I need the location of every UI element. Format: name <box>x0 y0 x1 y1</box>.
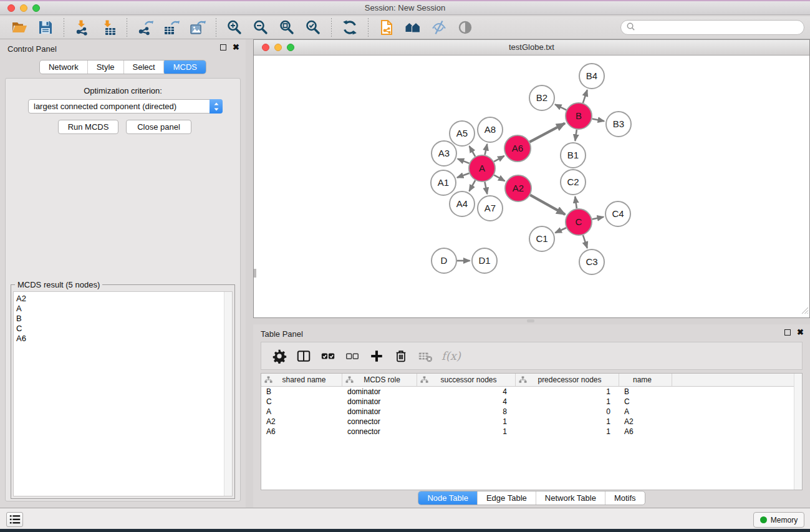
network-node-A8[interactable]: A8 <box>478 117 503 142</box>
network-node-C3[interactable]: C3 <box>579 249 604 274</box>
export-image-icon[interactable] <box>187 18 208 37</box>
network-edge-A-A4[interactable] <box>470 180 476 191</box>
column-header-shared-name[interactable]: shared name <box>261 374 342 386</box>
cell-shared-name[interactable]: B <box>261 387 342 397</box>
network-node-A4[interactable]: A4 <box>450 191 475 216</box>
network-node-A[interactable]: A <box>469 155 495 181</box>
tab-style[interactable]: Style <box>87 60 123 74</box>
hide-graphics-details-icon[interactable] <box>428 18 450 37</box>
network-edge-B-B3[interactable] <box>592 118 604 121</box>
cell-successor-nodes[interactable]: 1 <box>417 417 516 427</box>
float-table-panel-icon[interactable] <box>784 329 791 336</box>
run-mcds-button[interactable]: Run MCDS <box>58 120 118 134</box>
settings-gear-icon[interactable] <box>270 347 289 365</box>
network-edge-B-B2[interactable] <box>555 104 566 110</box>
cell-predecessor-nodes[interactable]: 1 <box>516 417 619 427</box>
import-table-icon[interactable] <box>98 18 119 37</box>
network-node-A2[interactable]: A2 <box>505 175 531 201</box>
mcds-result-item[interactable]: A <box>14 304 232 314</box>
export-network-icon[interactable] <box>135 18 156 37</box>
resize-grip-icon[interactable] <box>801 306 809 317</box>
split-panel-icon[interactable] <box>294 347 313 365</box>
column-header-MCDS-role[interactable]: MCDS role <box>342 374 417 386</box>
cell-successor-nodes[interactable]: 8 <box>417 407 516 417</box>
close-panel-button[interactable]: Close panel <box>126 120 191 134</box>
cell-name[interactable]: A <box>619 407 672 417</box>
cell-MCDS-role[interactable]: dominator <box>342 387 417 397</box>
add-column-icon[interactable] <box>367 347 386 365</box>
network-edge-A2-C[interactable] <box>530 195 565 215</box>
network-node-B[interactable]: B <box>566 103 592 129</box>
zoom-fit-icon[interactable] <box>276 18 297 37</box>
network-edge-C-C2[interactable] <box>575 196 577 208</box>
network-edge-C-C1[interactable] <box>555 228 566 233</box>
network-edge-A-A8[interactable] <box>485 144 488 155</box>
network-node-B2[interactable]: B2 <box>529 85 554 110</box>
network-edge-B-B1[interactable] <box>575 130 577 141</box>
cell-name[interactable]: C <box>619 397 672 407</box>
memory-button[interactable]: Memory <box>753 512 804 528</box>
column-header-predecessor-nodes[interactable]: predecessor nodes <box>516 374 619 386</box>
network-node-C[interactable]: C <box>566 209 592 235</box>
mcds-result-list[interactable]: A2ABCA6 <box>13 291 233 496</box>
select-all-columns-icon[interactable] <box>319 347 337 365</box>
network-node-B1[interactable]: B1 <box>561 143 586 168</box>
tab-node-table[interactable]: Node Table <box>418 491 478 505</box>
tab-motifs[interactable]: Motifs <box>605 491 645 505</box>
cell-MCDS-role[interactable]: connector <box>342 427 417 437</box>
ndex-browse-icon[interactable] <box>402 18 423 37</box>
network-edge-A-A5[interactable] <box>470 146 475 157</box>
network-node-D1[interactable]: D1 <box>472 248 497 273</box>
table-scrollbar[interactable] <box>794 374 802 490</box>
cell-shared-name[interactable]: A6 <box>261 427 342 437</box>
cell-MCDS-role[interactable]: dominator <box>342 407 417 417</box>
export-table-icon[interactable] <box>161 18 182 37</box>
network-node-A3[interactable]: A3 <box>432 141 456 166</box>
table-row[interactable]: Adominator80A <box>261 407 802 417</box>
table-row[interactable]: A2connector11A2 <box>261 417 802 427</box>
mcds-result-item[interactable]: C <box>14 324 232 334</box>
cell-MCDS-role[interactable]: dominator <box>342 397 417 407</box>
network-node-B4[interactable]: B4 <box>579 64 604 89</box>
function-builder-button[interactable]: f(x) <box>441 349 461 362</box>
mcds-result-item[interactable]: A6 <box>14 334 232 344</box>
cell-predecessor-nodes[interactable]: 1 <box>516 427 619 437</box>
column-header-name[interactable]: name <box>619 374 672 386</box>
cell-MCDS-role[interactable]: connector <box>342 417 417 427</box>
cell-name[interactable]: B <box>619 387 672 397</box>
network-edge-A-A7[interactable] <box>485 182 487 194</box>
column-header-successor-nodes[interactable]: successor nodes <box>417 374 516 386</box>
search-field[interactable] <box>620 20 804 35</box>
network-edge-A-A2[interactable] <box>494 175 504 181</box>
zoom-out-icon[interactable] <box>250 18 271 37</box>
network-node-A7[interactable]: A7 <box>478 196 503 221</box>
network-node-A1[interactable]: A1 <box>431 170 456 195</box>
network-edge-C-C4[interactable] <box>592 217 604 220</box>
zoom-selected-icon[interactable] <box>302 18 324 37</box>
network-edge-A-A3[interactable] <box>458 159 470 163</box>
network-document-icon[interactable] <box>376 18 397 37</box>
mcds-result-item[interactable]: A2 <box>14 294 232 304</box>
delete-column-icon[interactable] <box>392 347 410 365</box>
float-panel-icon[interactable] <box>220 44 226 51</box>
optimization-criterion-dropdown[interactable]: largest connected component (directed) <box>28 99 223 114</box>
network-node-B3[interactable]: B3 <box>606 112 631 137</box>
unselect-all-columns-icon[interactable] <box>343 347 362 365</box>
network-edge-B-B4[interactable] <box>583 90 587 103</box>
save-session-icon[interactable] <box>35 18 56 37</box>
import-network-icon[interactable] <box>72 18 93 37</box>
task-history-button[interactable] <box>6 512 23 527</box>
tab-network[interactable]: Network <box>40 60 87 74</box>
cell-predecessor-nodes[interactable]: 1 <box>516 387 619 397</box>
network-node-D[interactable]: D <box>432 248 456 273</box>
network-node-A5[interactable]: A5 <box>450 121 475 146</box>
network-canvas[interactable]: B4B2BB3A5A8A6B1A3AC2A1A2A4A7C4CC1C3DD1 <box>254 56 809 317</box>
close-table-panel-icon[interactable]: ✖ <box>797 329 804 336</box>
network-node-C4[interactable]: C4 <box>605 201 630 226</box>
tab-select[interactable]: Select <box>123 60 164 74</box>
open-session-icon[interactable] <box>9 18 30 37</box>
table-row[interactable]: Cdominator41C <box>261 397 802 407</box>
zoom-in-icon[interactable] <box>224 18 245 37</box>
cell-successor-nodes[interactable]: 4 <box>417 397 516 407</box>
cell-shared-name[interactable]: C <box>261 397 342 407</box>
